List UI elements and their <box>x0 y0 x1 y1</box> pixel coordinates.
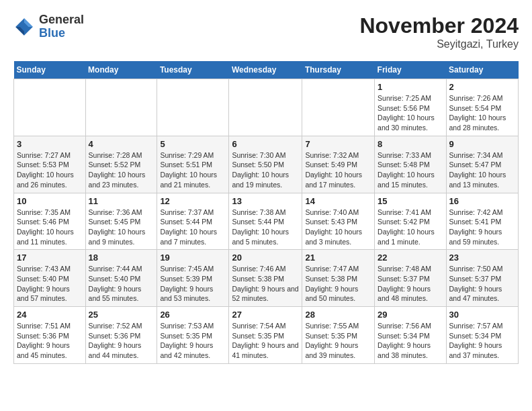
day-info: Sunrise: 7:54 AM Sunset: 5:35 PM Dayligh… <box>232 321 299 361</box>
week-row-2: 3Sunrise: 7:27 AM Sunset: 5:53 PM Daylig… <box>14 136 519 193</box>
calendar-cell: 14Sunrise: 7:40 AM Sunset: 5:43 PM Dayli… <box>302 193 375 250</box>
day-number: 17 <box>17 253 83 263</box>
title-block: November 2024 Seyitgazi, Turkey <box>359 13 519 50</box>
day-number: 19 <box>160 253 226 263</box>
day-info: Sunrise: 7:30 AM Sunset: 5:50 PM Dayligh… <box>232 150 299 190</box>
day-info: Sunrise: 7:42 AM Sunset: 5:41 PM Dayligh… <box>449 208 515 247</box>
day-number: 23 <box>449 253 515 263</box>
week-row-1: 1Sunrise: 7:25 AM Sunset: 5:56 PM Daylig… <box>14 79 519 136</box>
day-number: 4 <box>89 139 154 149</box>
day-info: Sunrise: 7:32 AM Sunset: 5:49 PM Dayligh… <box>305 150 371 190</box>
day-number: 16 <box>449 196 515 206</box>
calendar-cell: 22Sunrise: 7:48 AM Sunset: 5:37 PM Dayli… <box>375 250 446 307</box>
calendar-cell: 16Sunrise: 7:42 AM Sunset: 5:41 PM Dayli… <box>446 193 518 250</box>
logo-line2: Blue <box>39 27 84 40</box>
day-number: 21 <box>305 253 371 263</box>
calendar-cell <box>14 79 86 136</box>
calendar-cell: 5Sunrise: 7:29 AM Sunset: 5:51 PM Daylig… <box>157 136 229 193</box>
day-info: Sunrise: 7:38 AM Sunset: 5:44 PM Dayligh… <box>232 208 299 247</box>
logo: General Blue <box>13 13 84 40</box>
day-number: 10 <box>17 196 83 206</box>
weekday-header-friday: Friday <box>375 61 446 79</box>
day-info: Sunrise: 7:44 AM Sunset: 5:40 PM Dayligh… <box>89 264 154 304</box>
day-number: 7 <box>305 139 371 149</box>
day-number: 1 <box>378 82 443 92</box>
calendar-cell: 20Sunrise: 7:46 AM Sunset: 5:38 PM Dayli… <box>229 250 302 307</box>
calendar-cell: 23Sunrise: 7:50 AM Sunset: 5:37 PM Dayli… <box>446 250 518 307</box>
day-info: Sunrise: 7:41 AM Sunset: 5:42 PM Dayligh… <box>378 208 443 247</box>
day-info: Sunrise: 7:26 AM Sunset: 5:54 PM Dayligh… <box>449 93 515 133</box>
weekday-header-tuesday: Tuesday <box>157 61 229 79</box>
day-info: Sunrise: 7:27 AM Sunset: 5:53 PM Dayligh… <box>17 150 83 190</box>
calendar-cell: 18Sunrise: 7:44 AM Sunset: 5:40 PM Dayli… <box>85 250 157 307</box>
calendar-cell: 12Sunrise: 7:37 AM Sunset: 5:44 PM Dayli… <box>157 193 229 250</box>
calendar-cell: 15Sunrise: 7:41 AM Sunset: 5:42 PM Dayli… <box>375 193 446 250</box>
day-number: 12 <box>160 196 226 206</box>
day-number: 14 <box>305 196 371 206</box>
day-number: 18 <box>89 253 154 263</box>
weekday-header-row: SundayMondayTuesdayWednesdayThursdayFrid… <box>14 61 519 79</box>
logo-line1: General <box>39 13 84 27</box>
location: Seyitgazi, Turkey <box>359 38 519 50</box>
calendar-cell: 21Sunrise: 7:47 AM Sunset: 5:38 PM Dayli… <box>302 250 375 307</box>
weekday-header-saturday: Saturday <box>446 61 518 79</box>
day-info: Sunrise: 7:43 AM Sunset: 5:40 PM Dayligh… <box>17 264 83 304</box>
calendar-cell: 7Sunrise: 7:32 AM Sunset: 5:49 PM Daylig… <box>302 136 375 193</box>
day-info: Sunrise: 7:50 AM Sunset: 5:37 PM Dayligh… <box>449 264 515 304</box>
day-info: Sunrise: 7:40 AM Sunset: 5:43 PM Dayligh… <box>305 208 371 247</box>
calendar-cell: 30Sunrise: 7:57 AM Sunset: 5:34 PM Dayli… <box>446 307 518 364</box>
calendar-cell: 1Sunrise: 7:25 AM Sunset: 5:56 PM Daylig… <box>375 79 446 136</box>
weekday-header-monday: Monday <box>85 61 157 79</box>
day-info: Sunrise: 7:37 AM Sunset: 5:44 PM Dayligh… <box>160 208 226 247</box>
calendar-cell: 2Sunrise: 7:26 AM Sunset: 5:54 PM Daylig… <box>446 79 518 136</box>
day-info: Sunrise: 7:56 AM Sunset: 5:34 PM Dayligh… <box>378 321 443 361</box>
day-number: 27 <box>232 310 299 320</box>
day-number: 29 <box>378 310 443 320</box>
day-info: Sunrise: 7:52 AM Sunset: 5:36 PM Dayligh… <box>89 321 154 361</box>
calendar-cell: 4Sunrise: 7:28 AM Sunset: 5:52 PM Daylig… <box>85 136 157 193</box>
calendar-cell: 10Sunrise: 7:35 AM Sunset: 5:46 PM Dayli… <box>14 193 86 250</box>
calendar-cell: 27Sunrise: 7:54 AM Sunset: 5:35 PM Dayli… <box>229 307 302 364</box>
day-number: 6 <box>232 139 299 149</box>
week-row-3: 10Sunrise: 7:35 AM Sunset: 5:46 PM Dayli… <box>14 193 519 250</box>
day-number: 26 <box>160 310 226 320</box>
logo-icon <box>13 16 35 38</box>
calendar-cell <box>85 79 157 136</box>
calendar-cell: 24Sunrise: 7:51 AM Sunset: 5:36 PM Dayli… <box>14 307 86 364</box>
day-number: 3 <box>17 139 83 149</box>
day-number: 24 <box>17 310 83 320</box>
day-number: 25 <box>89 310 154 320</box>
day-info: Sunrise: 7:46 AM Sunset: 5:38 PM Dayligh… <box>232 264 299 304</box>
day-number: 22 <box>378 253 443 263</box>
calendar-cell: 11Sunrise: 7:36 AM Sunset: 5:45 PM Dayli… <box>85 193 157 250</box>
day-info: Sunrise: 7:51 AM Sunset: 5:36 PM Dayligh… <box>17 321 83 361</box>
calendar-cell: 17Sunrise: 7:43 AM Sunset: 5:40 PM Dayli… <box>14 250 86 307</box>
calendar-cell: 9Sunrise: 7:34 AM Sunset: 5:47 PM Daylig… <box>446 136 518 193</box>
calendar-cell: 6Sunrise: 7:30 AM Sunset: 5:50 PM Daylig… <box>229 136 302 193</box>
day-info: Sunrise: 7:47 AM Sunset: 5:38 PM Dayligh… <box>305 264 371 304</box>
day-info: Sunrise: 7:25 AM Sunset: 5:56 PM Dayligh… <box>378 93 443 133</box>
day-info: Sunrise: 7:28 AM Sunset: 5:52 PM Dayligh… <box>89 150 154 190</box>
day-number: 28 <box>305 310 371 320</box>
day-number: 9 <box>449 139 515 149</box>
calendar-cell: 19Sunrise: 7:45 AM Sunset: 5:39 PM Dayli… <box>157 250 229 307</box>
day-number: 2 <box>449 82 515 92</box>
calendar-cell: 8Sunrise: 7:33 AM Sunset: 5:48 PM Daylig… <box>375 136 446 193</box>
calendar-cell: 26Sunrise: 7:53 AM Sunset: 5:35 PM Dayli… <box>157 307 229 364</box>
day-number: 15 <box>378 196 443 206</box>
calendar-cell: 25Sunrise: 7:52 AM Sunset: 5:36 PM Dayli… <box>85 307 157 364</box>
day-info: Sunrise: 7:48 AM Sunset: 5:37 PM Dayligh… <box>378 264 443 304</box>
calendar-cell: 13Sunrise: 7:38 AM Sunset: 5:44 PM Dayli… <box>229 193 302 250</box>
week-row-4: 17Sunrise: 7:43 AM Sunset: 5:40 PM Dayli… <box>14 250 519 307</box>
day-info: Sunrise: 7:33 AM Sunset: 5:48 PM Dayligh… <box>378 150 443 190</box>
calendar-cell <box>157 79 229 136</box>
day-info: Sunrise: 7:35 AM Sunset: 5:46 PM Dayligh… <box>17 208 83 247</box>
day-number: 11 <box>89 196 154 206</box>
weekday-header-sunday: Sunday <box>14 61 86 79</box>
day-info: Sunrise: 7:57 AM Sunset: 5:34 PM Dayligh… <box>449 321 515 361</box>
calendar-cell <box>229 79 302 136</box>
day-number: 30 <box>449 310 515 320</box>
page-header: General Blue November 2024 Seyitgazi, Tu… <box>13 13 519 50</box>
week-row-5: 24Sunrise: 7:51 AM Sunset: 5:36 PM Dayli… <box>14 307 519 364</box>
weekday-header-thursday: Thursday <box>302 61 375 79</box>
